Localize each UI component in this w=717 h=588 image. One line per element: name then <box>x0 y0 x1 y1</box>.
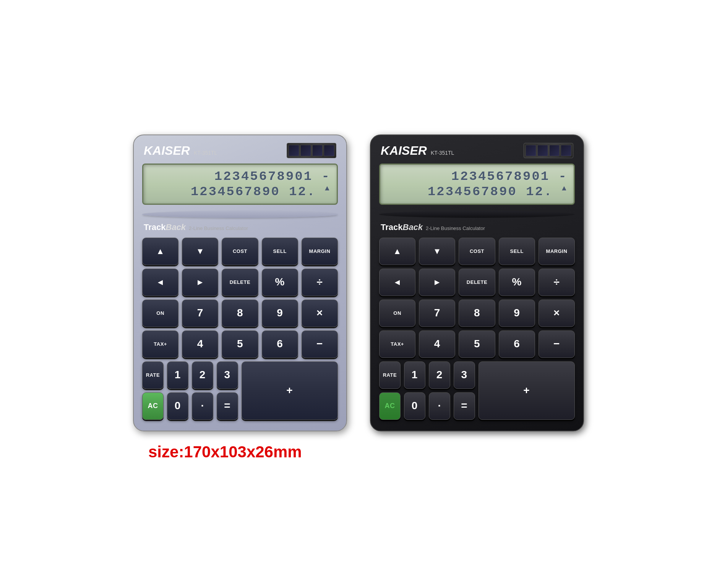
bottom-section-black: RATE 1 2 3 AC 0 · = <box>379 361 575 420</box>
btn-up-black[interactable]: ▲ <box>379 238 415 265</box>
bottom-left-white: RATE 1 2 3 AC 0 · = <box>142 361 238 420</box>
btn-plus-white[interactable]: + <box>242 361 338 420</box>
row2-black: ◄ ► DELETE % ÷ <box>379 269 575 296</box>
trackback-white: TrackBack 2-Line Business Calculator <box>142 222 338 232</box>
btn-2-black[interactable]: 2 <box>429 361 450 389</box>
btn-margin-white[interactable]: MARGIN <box>302 238 338 265</box>
btn-equals-black[interactable]: = <box>454 392 475 420</box>
btn-down-white[interactable]: ▼ <box>182 238 218 265</box>
btn-3-black[interactable]: 3 <box>454 361 475 389</box>
btn-4-black[interactable]: 4 <box>419 330 455 358</box>
btn-delete-black[interactable]: DELETE <box>459 269 495 296</box>
btn-2-white[interactable]: 2 <box>192 361 213 389</box>
btn-on-white[interactable]: ON <box>142 300 178 327</box>
btn-rate-black[interactable]: RATE <box>379 361 401 389</box>
row1-white: ▲ ▼ COST SELL MARGIN <box>142 238 338 265</box>
row3-white: ON 7 8 9 × <box>142 300 338 327</box>
btn-divide-white[interactable]: ÷ <box>302 269 338 296</box>
brand-name-white: KAISER <box>144 144 190 158</box>
display-line1-white: 12345678901 - <box>149 169 331 184</box>
btn-3-white[interactable]: 3 <box>217 361 238 389</box>
btn-minus-black[interactable]: − <box>539 330 575 358</box>
btn-right-white[interactable]: ► <box>182 269 218 296</box>
row6-black: AC 0 · = <box>379 392 475 420</box>
btn-minus-white[interactable]: − <box>302 330 338 358</box>
btn-9-white[interactable]: 9 <box>262 300 298 327</box>
btn-cost-white[interactable]: COST <box>222 238 258 265</box>
display-black: 12345678901 - 1234567890 12. ▲ <box>379 164 575 205</box>
solar-cell-b1 <box>526 145 536 156</box>
solar-cell-b2 <box>537 145 548 156</box>
btn-margin-black[interactable]: MARGIN <box>539 238 575 265</box>
trackback-black: TrackBack 2-Line Business Calculator <box>379 222 575 232</box>
model-black: KT-351TL <box>431 150 454 156</box>
calculator-white: KAISER KT-351TL 12345678901 - 1234567890… <box>133 134 347 431</box>
brand-section-black: KAISER KT-351TL <box>381 144 454 158</box>
btn-sell-black[interactable]: SELL <box>499 238 535 265</box>
btn-taxplus-black[interactable]: TAX+ <box>379 330 415 358</box>
btn-taxplus-white[interactable]: TAX+ <box>142 330 178 358</box>
btn-7-black[interactable]: 7 <box>419 300 455 327</box>
btn-sell-white[interactable]: SELL <box>262 238 298 265</box>
btn-percent-white[interactable]: % <box>262 269 298 296</box>
btn-ac-white[interactable]: AC <box>142 392 164 420</box>
btn-on-black[interactable]: ON <box>379 300 415 327</box>
brand-name-black: KAISER <box>381 144 427 158</box>
display-line1-black: 12345678901 - <box>386 169 568 184</box>
btn-divide-black[interactable]: ÷ <box>539 269 575 296</box>
button-grid-white: ▲ ▼ COST SELL MARGIN ◄ ► DELETE % ÷ ON <box>142 238 338 420</box>
trackback-logo-white: TrackBack <box>144 222 186 232</box>
button-grid-black: ▲ ▼ COST SELL MARGIN ◄ ► DELETE % ÷ ON <box>379 238 575 420</box>
btn-8-white[interactable]: 8 <box>222 300 258 327</box>
display-line2-white: 1234567890 12. ▲ <box>149 184 331 199</box>
btn-right-black[interactable]: ► <box>419 269 455 296</box>
btn-percent-black[interactable]: % <box>499 269 535 296</box>
btn-9-black[interactable]: 9 <box>499 300 535 327</box>
btn-1-black[interactable]: 1 <box>404 361 425 389</box>
btn-down-black[interactable]: ▼ <box>419 238 455 265</box>
separator-black <box>379 211 575 218</box>
btn-left-white[interactable]: ◄ <box>142 269 178 296</box>
btn-7-white[interactable]: 7 <box>182 300 218 327</box>
bottom-section-white: RATE 1 2 3 AC 0 · = <box>142 361 338 420</box>
btn-8-black[interactable]: 8 <box>459 300 495 327</box>
bottom-left-black: RATE 1 2 3 AC 0 · = <box>379 361 475 420</box>
btn-multiply-white[interactable]: × <box>302 300 338 327</box>
btn-0-black[interactable]: 0 <box>404 392 425 420</box>
row5-white: RATE 1 2 3 <box>142 361 238 389</box>
row4-black: TAX+ 4 5 6 − <box>379 330 575 358</box>
row6-white: AC 0 · = <box>142 392 238 420</box>
btn-dot-white[interactable]: · <box>192 392 213 420</box>
btn-up-white[interactable]: ▲ <box>142 238 178 265</box>
model-white: KT-351TL <box>194 150 217 156</box>
btn-equals-white[interactable]: = <box>217 392 238 420</box>
solar-panel-white <box>287 143 336 158</box>
row1-black: ▲ ▼ COST SELL MARGIN <box>379 238 575 265</box>
solar-cell-b3 <box>549 145 560 156</box>
btn-rate-white[interactable]: RATE <box>142 361 164 389</box>
btn-5-white[interactable]: 5 <box>222 330 258 358</box>
btn-cost-black[interactable]: COST <box>459 238 495 265</box>
row3-black: ON 7 8 9 × <box>379 300 575 327</box>
btn-left-black[interactable]: ◄ <box>379 269 415 296</box>
separator-white <box>142 211 338 218</box>
btn-6-white[interactable]: 6 <box>262 330 298 358</box>
calculator-black: KAISER KT-351TL 12345678901 - 1234567890… <box>370 134 584 431</box>
btn-delete-white[interactable]: DELETE <box>222 269 258 296</box>
solar-panel-black <box>524 143 573 158</box>
btn-multiply-black[interactable]: × <box>539 300 575 327</box>
btn-0-white[interactable]: 0 <box>167 392 188 420</box>
header-black: KAISER KT-351TL <box>379 143 575 158</box>
size-label: size:170x103x26mm <box>148 443 302 461</box>
btn-plus-black[interactable]: + <box>479 361 575 420</box>
btn-5-black[interactable]: 5 <box>459 330 495 358</box>
btn-4-white[interactable]: 4 <box>182 330 218 358</box>
row5-black: RATE 1 2 3 <box>379 361 475 389</box>
trackback-subtitle-white: 2-Line Business Calculator <box>189 225 248 231</box>
btn-ac-black[interactable]: AC <box>379 392 401 420</box>
btn-dot-black[interactable]: · <box>429 392 450 420</box>
solar-cell-3 <box>312 145 323 156</box>
header-white: KAISER KT-351TL <box>142 143 338 158</box>
btn-1-white[interactable]: 1 <box>167 361 188 389</box>
btn-6-black[interactable]: 6 <box>499 330 535 358</box>
